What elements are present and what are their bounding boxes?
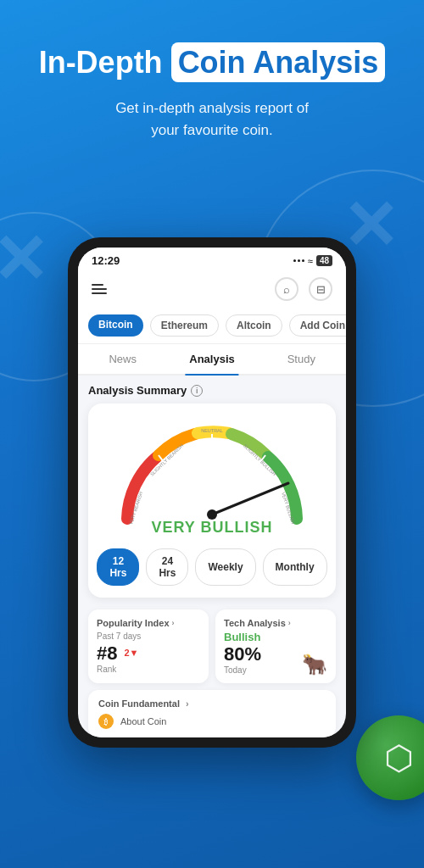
battery-icon: 48: [316, 255, 332, 266]
title-highlight: Coin Analysis: [171, 42, 386, 82]
popularity-card: Popularity Index › Past 7 days #8 2 ▼ Ra…: [88, 609, 209, 683]
analysis-title: Analysis Summary i: [88, 384, 336, 397]
svg-point-9: [207, 509, 217, 520]
svg-line-8: [212, 483, 288, 515]
bottom-cards: Popularity Index › Past 7 days #8 2 ▼ Ra…: [78, 609, 346, 690]
tab-analysis[interactable]: Analysis: [167, 344, 256, 374]
coin-tab-bitcoin[interactable]: Bitcoin: [88, 314, 143, 337]
fundamental-title: Coin Fundamental ›: [98, 698, 326, 709]
bookmark-button[interactable]: ⊟: [309, 277, 332, 301]
coin-tabs: Bitcoin Ethereum Altcoin Add Coin +: [78, 308, 346, 344]
signal-dots: [293, 259, 304, 262]
gauge-container: VERY BEARISH SLIGHTLY BEARISH NEUTRAL SL…: [110, 417, 314, 527]
time-btn-24hrs[interactable]: 24 Hrs: [146, 548, 188, 586]
tech-analysis-title: Tech Analysis ›: [224, 618, 327, 628]
menu-button[interactable]: [92, 284, 107, 294]
coin-tab-ethereum[interactable]: Ethereum: [150, 314, 219, 337]
search-button[interactable]: ⌕: [275, 277, 298, 301]
time-buttons: 12 Hrs 24 Hrs Weekly Monthly: [98, 548, 326, 586]
fund-item: About Coin: [120, 716, 166, 726]
down-arrow-icon: ▼: [130, 648, 139, 658]
analysis-section: Analysis Summary i: [78, 376, 346, 609]
wifi-icon: ≈: [308, 256, 313, 266]
time-btn-weekly[interactable]: Weekly: [195, 548, 255, 586]
status-time: 12:29: [92, 254, 120, 267]
rank-change: 2 ▼: [124, 648, 138, 658]
tab-news[interactable]: News: [78, 344, 167, 374]
fundamental-section: Coin Fundamental › ₿ About Coin: [88, 690, 336, 737]
info-icon[interactable]: i: [191, 385, 203, 397]
search-icon: ⌕: [283, 283, 290, 296]
bitcoin-dot: ₿: [98, 714, 114, 729]
status-bar: 12:29 ≈ 48: [78, 248, 346, 270]
header-section: In-Depth Coin Analysis Get in-depth anal…: [0, 0, 424, 158]
chevron-icon-tech: ›: [288, 619, 291, 627]
coin-symbol: ⬡: [384, 738, 414, 777]
header-action-icons: ⌕ ⊟: [275, 277, 332, 301]
phone-screen: 12:29 ≈ 48: [78, 248, 346, 737]
tab-study[interactable]: Study: [257, 344, 346, 374]
bullish-label: Bullish: [224, 631, 327, 643]
header-title: In-Depth Coin Analysis: [25, 42, 399, 82]
gauge-card: VERY BEARISH SLIGHTLY BEARISH NEUTRAL SL…: [88, 403, 336, 598]
popularity-title: Popularity Index ›: [97, 618, 200, 628]
status-icons: ≈ 48: [293, 255, 332, 266]
chevron-icon: ›: [172, 619, 175, 627]
time-btn-12hrs[interactable]: 12 Hrs: [97, 548, 139, 586]
bookmark-icon: ⊟: [316, 283, 326, 296]
rank-row: #8 2 ▼: [97, 641, 200, 665]
header-subtitle: Get in-depth analysis report ofyour favo…: [25, 97, 399, 141]
app-header: ⌕ ⊟: [78, 270, 346, 308]
coin-tab-altcoin[interactable]: Altcoin: [226, 314, 282, 337]
rank-value: #8: [97, 643, 117, 665]
coin-tab-add[interactable]: Add Coin +: [289, 314, 346, 337]
tech-analysis-card: Tech Analysis › Bullish 80% Today 🐂: [215, 609, 336, 683]
bg-x-1: ✕: [0, 220, 48, 299]
bull-icon: 🐂: [302, 653, 327, 676]
title-part1: In-Depth: [39, 45, 163, 80]
fund-row: ₿ About Coin: [98, 714, 326, 729]
phone-body: 12:29 ≈ 48: [68, 237, 356, 748]
phone-mockup: 12:29 ≈ 48: [68, 237, 356, 748]
decorative-coin: ⬡: [356, 715, 424, 800]
rank-label: Rank: [97, 665, 200, 674]
gauge-svg: VERY BEARISH SLIGHTLY BEARISH NEUTRAL SL…: [110, 417, 314, 527]
nav-tabs: News Analysis Study: [78, 344, 346, 376]
svg-text:NEUTRAL: NEUTRAL: [201, 428, 223, 433]
time-btn-monthly[interactable]: Monthly: [263, 548, 327, 586]
chevron-fund-icon: ›: [186, 698, 189, 709]
popularity-subtitle: Past 7 days: [97, 632, 200, 641]
